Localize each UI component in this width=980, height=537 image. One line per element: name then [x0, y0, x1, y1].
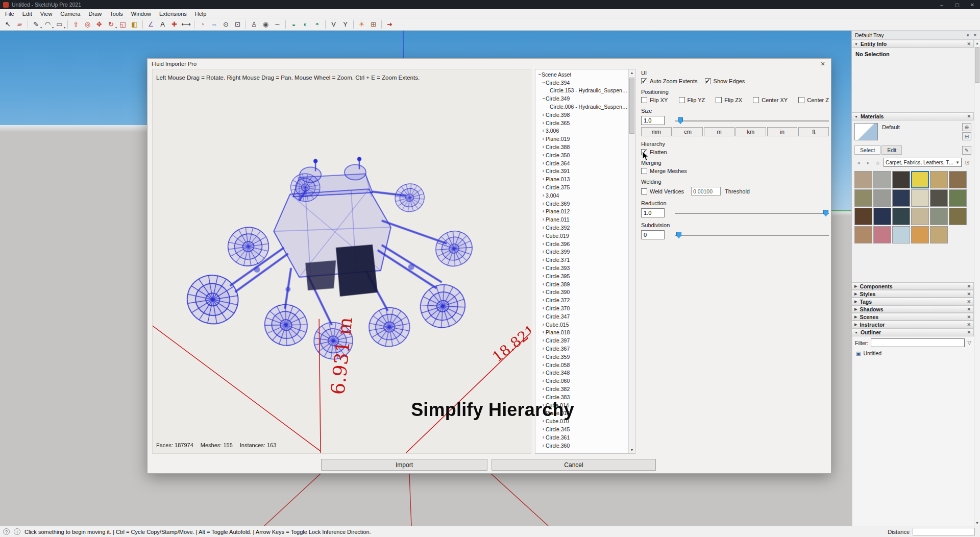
tree-expander-icon[interactable]: › [541, 225, 546, 230]
outliner-filter-input[interactable] [871, 338, 965, 347]
tree-item-circle-375[interactable]: ›Circle.375 [535, 183, 628, 191]
close-icon[interactable]: ✕ [967, 284, 971, 289]
paint-bucket-tool-icon[interactable]: ◧ [129, 19, 140, 30]
material-swatch[interactable] [911, 226, 929, 243]
tree-item-circle-397[interactable]: ›Circle.397 [535, 336, 628, 345]
tree-expander-icon[interactable]: › [541, 201, 546, 206]
unit-cm-button[interactable]: cm [673, 127, 703, 136]
size-input[interactable] [641, 116, 665, 125]
slider-handle[interactable] [678, 117, 683, 124]
material-swatch[interactable] [873, 226, 891, 243]
menu-file[interactable]: File [1, 9, 18, 18]
tree-expander-icon[interactable]: › [541, 136, 546, 141]
weld-threshold-input[interactable] [691, 187, 721, 196]
weld-vertices-checkbox[interactable]: Weld Vertices [641, 188, 684, 194]
tree-item-circle-399[interactable]: ›Circle.399 [535, 248, 628, 256]
menu-tools[interactable]: Tools [106, 9, 127, 18]
menu-window[interactable]: Window [127, 9, 155, 18]
tree-expander-icon[interactable]: › [541, 346, 546, 351]
tree-item-plane-012[interactable]: ›Plane.012 [535, 208, 628, 216]
tree-item-circle-348[interactable]: ›Circle.348 [535, 369, 628, 377]
shape-tool-icon[interactable]: ▭▾ [54, 19, 65, 30]
text-tool-icon[interactable]: A [157, 19, 168, 30]
line-tool-icon[interactable]: ✎▾ [31, 19, 41, 30]
tree-item-circle-364[interactable]: ›Circle.364 [535, 159, 628, 167]
tree-expander-icon[interactable]: › [541, 362, 546, 368]
tree-expander-icon[interactable]: › [541, 322, 546, 327]
section-styles[interactable]: ▶Styles✕ [852, 290, 974, 298]
auto-zoom-extents-checkbox[interactable]: Auto Zoom Extents [641, 78, 698, 84]
tree-expander-icon[interactable]: › [541, 257, 546, 262]
subdivision-slider[interactable] [675, 230, 829, 239]
section-shadows[interactable]: ▶Shadows✕ [852, 305, 974, 313]
entity-info-close-icon[interactable]: ✕ [967, 41, 971, 46]
tree-item-circle-347[interactable]: ›Circle.347 [535, 312, 628, 321]
material-swatch[interactable] [854, 171, 872, 188]
select-tool-icon[interactable]: ↖ [3, 19, 13, 30]
tree-item-cube-015[interactable]: ›Cube.015 [535, 321, 628, 329]
material-swatch[interactable] [873, 208, 891, 225]
tree-expander-icon[interactable]: › [541, 435, 546, 440]
tree-expander-icon[interactable]: › [541, 306, 546, 311]
tree-item-circle-371[interactable]: ›Circle.371 [535, 256, 628, 264]
outliner-item-untitled[interactable]: ▣ Untitled [852, 349, 974, 357]
tree-expander-icon[interactable]: › [541, 168, 546, 174]
material-swatch[interactable] [949, 189, 967, 207]
materials-header[interactable]: ▼ Materials ✕ [852, 112, 974, 120]
section-components[interactable]: ▶Components✕ [852, 282, 974, 290]
tree-expander-icon[interactable]: › [541, 314, 546, 319]
tree-expander-icon[interactable]: › [541, 427, 546, 432]
flip-yz-checkbox[interactable]: Flip YZ [679, 97, 705, 103]
tree-item-circle-345[interactable]: ›Circle.345 [535, 425, 628, 433]
menu-extensions[interactable]: Extensions [155, 9, 191, 18]
flip-zx-checkbox[interactable]: Flip ZX [716, 97, 742, 103]
tree-expander-icon[interactable]: › [541, 249, 546, 254]
tree-expander-icon[interactable]: › [541, 241, 546, 247]
tree-item-circle-391[interactable]: ›Circle.391 [535, 167, 628, 176]
tree-item-circle-392[interactable]: ›Circle.392 [535, 224, 628, 232]
tree-item-circle-372[interactable]: ›Circle.372 [535, 296, 628, 304]
entity-info-header[interactable]: ▼ Entity Info ✕ [852, 40, 974, 48]
section-cut-tool-icon[interactable]: ◓ [312, 19, 323, 30]
outliner-header[interactable]: ▼ Outliner ✕ [852, 328, 974, 336]
section-fill-tool-icon[interactable]: ◐ [300, 19, 311, 30]
measurement-input[interactable] [913, 528, 975, 535]
zoom-extents-tool-icon[interactable]: ⊡ [232, 19, 243, 30]
material-swatch[interactable] [892, 189, 910, 207]
tree-expander-icon[interactable]: › [541, 128, 546, 133]
secondary-pane-button[interactable]: ⊟ [962, 132, 971, 140]
tree-expander-icon[interactable]: › [541, 185, 546, 190]
tree-item-cube-019[interactable]: ›Cube.019 [535, 232, 628, 240]
center-z-checkbox[interactable]: Center Z [798, 97, 829, 103]
tree-item-circle-390[interactable]: ›Circle.390 [535, 288, 628, 297]
tree-item-circle-393[interactable]: ›Circle.393 [535, 264, 628, 272]
tree-expander-icon[interactable]: › [541, 330, 546, 335]
active-material-preview[interactable] [854, 123, 878, 140]
tree-expander-icon[interactable]: › [541, 338, 546, 343]
material-swatch[interactable] [911, 189, 929, 207]
3d-viewport[interactable]: Fluid Importer Pro ✕ Left Mouse Drag = R… [0, 31, 851, 526]
tree-expander-icon[interactable]: › [541, 354, 546, 359]
material-swatch[interactable] [892, 226, 910, 243]
pan-tool-icon[interactable]: ⇔ [209, 19, 219, 30]
dropdown-caret-icon[interactable]: ▾ [40, 26, 42, 29]
paint-details-icon[interactable]: ⊡ [963, 158, 971, 167]
materials-close-icon[interactable]: ✕ [967, 114, 971, 119]
material-swatch[interactable] [949, 171, 967, 188]
rotate-tool-icon[interactable]: ↻▾ [106, 19, 116, 30]
close-icon[interactable]: ✕ [967, 314, 971, 320]
dialog-titlebar[interactable]: Fluid Importer Pro ✕ [148, 59, 831, 69]
tape-measure-tool-icon[interactable]: ∠ [145, 19, 156, 30]
close-icon[interactable]: ✕ [965, 0, 980, 9]
tree-expander-icon[interactable]: › [541, 193, 546, 198]
scrollbar-thumb[interactable] [629, 78, 634, 134]
tree-expander-icon[interactable]: › [541, 209, 546, 214]
move-tool-icon[interactable]: ✥ [94, 19, 105, 30]
close-icon[interactable]: ✕ [967, 291, 971, 297]
menu-draw[interactable]: Draw [84, 9, 106, 18]
tree-expander-icon[interactable]: › [541, 80, 546, 85]
slider-handle[interactable] [676, 232, 681, 238]
material-swatch[interactable] [930, 171, 948, 188]
tree-item-plane-013[interactable]: ›Plane.013 [535, 175, 628, 183]
tray-titlebar[interactable]: Default Tray ▾ ✕ [852, 31, 980, 40]
